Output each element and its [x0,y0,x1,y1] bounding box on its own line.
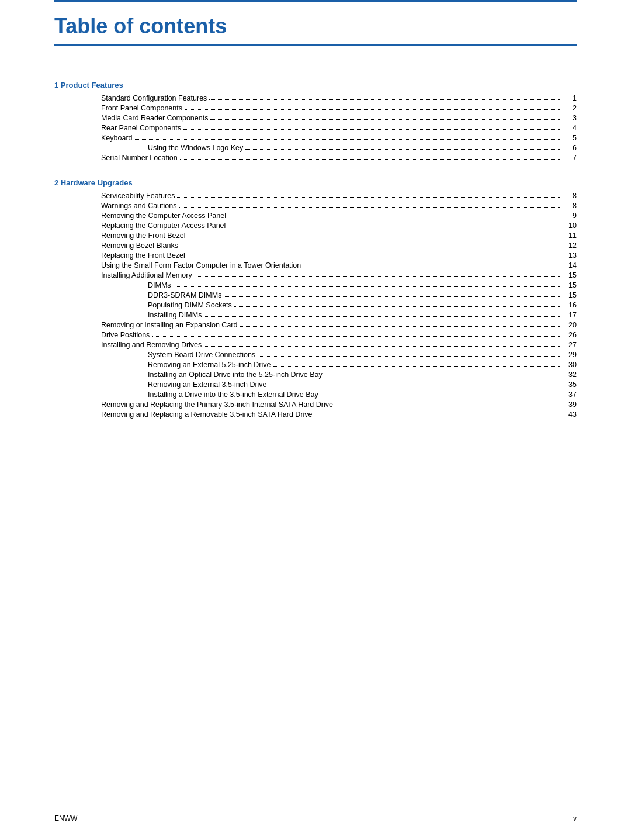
toc-entry-page: 29 [562,351,577,359]
toc-entry-label: Removing an External 5.25-inch Drive [54,361,271,369]
toc-entry-page: 35 [562,381,577,389]
toc-entry-label: Installing an Optical Drive into the 5.2… [54,371,323,379]
toc-entry-page: 26 [562,331,577,339]
toc-entry-page: 1 [562,94,577,102]
toc-entry-label: Warnings and Cautions [54,202,176,210]
toc-entry-label: Removing the Computer Access Panel [54,212,226,220]
toc-entry: Standard Configuration Features1 [54,94,577,102]
toc-entry-label: Using the Small Form Factor Computer in … [54,261,301,269]
toc-entry: Removing Bezel Blanks12 [54,241,577,250]
toc-entry-leader [258,356,560,357]
toc-entry-label: Removing or Installing an Expansion Card [54,321,237,329]
toc-entry: Using the Windows Logo Key6 [54,144,577,152]
toc-entry-label: Standard Configuration Features [54,94,207,102]
toc-entry: Removing the Front Bezel11 [54,231,577,240]
toc-entry-page: 43 [562,410,577,419]
toc-entry-leader [152,336,560,337]
toc-entry-page: 39 [562,400,577,409]
toc-entry: Installing and Removing Drives27 [54,341,577,349]
toc-entry: Replacing the Front Bezel13 [54,251,577,260]
toc-entry-label: Replacing the Front Bezel [54,251,185,260]
toc-entry-leader [269,386,560,386]
toc-entry-leader [188,237,560,237]
footer: ENWW v [54,814,577,822]
toc-entry-page: 15 [562,291,577,299]
toc-entry: DDR3-SDRAM DIMMs15 [54,291,577,299]
toc-entry-page: 32 [562,371,577,379]
toc-entry: Rear Panel Components4 [54,124,577,132]
toc-entry-label: Removing and Replacing the Primary 3.5-i… [54,400,333,409]
toc-entry-label: Rear Panel Components [54,124,181,132]
toc-entry: Installing an Optical Drive into the 5.2… [54,371,577,379]
toc-entry-page: 3 [562,114,577,122]
toc-entry-leader [209,99,560,100]
footer-left: ENWW [54,814,77,822]
toc-entry: Keyboard5 [54,134,577,142]
toc-entry: System Board Drive Connections29 [54,351,577,359]
section-heading-2: 2 Hardware Upgrades [54,178,577,187]
toc-entry-leader [210,119,560,120]
toc-entry: Front Panel Components2 [54,104,577,112]
toc-entry-leader [177,197,560,198]
toc-entry: Replacing the Computer Access Panel10 [54,222,577,230]
top-rule [54,0,577,2]
toc-entry-leader [179,207,560,208]
toc-entry-page: 7 [562,154,577,162]
toc-entry-leader [188,257,560,257]
toc-entry-label: Serviceability Features [54,192,175,200]
toc-entry-label: DIMMs [54,281,171,289]
toc-entry-label: Media Card Reader Components [54,114,208,122]
toc-entry-label: System Board Drive Connections [54,351,255,359]
toc-entry-label: Removing and Replacing a Removable 3.5-i… [54,410,313,419]
toc-entry-leader [185,109,560,110]
toc-entry: Drive Positions26 [54,331,577,339]
toc-entry-page: 30 [562,361,577,369]
toc-entry-leader [181,247,560,247]
toc-entry-leader [174,286,560,287]
toc-entry-label: Replacing the Computer Access Panel [54,222,226,230]
toc-entry-leader [180,159,560,160]
toc-entry-label: Removing the Front Bezel [54,231,186,240]
toc-entry-label: Removing Bezel Blanks [54,241,178,250]
toc-entry-page: 12 [562,241,577,250]
toc-entry-page: 8 [562,202,577,210]
toc-entry-label: Drive Positions [54,331,150,339]
toc-entry-label: DDR3-SDRAM DIMMs [54,291,221,299]
toc-entry-page: 16 [562,301,577,309]
toc-entry-leader [204,316,560,317]
page-title: Table of contents [54,14,577,46]
toc-entry: Serviceability Features8 [54,192,577,200]
toc-entry-page: 20 [562,321,577,329]
toc-entry-leader [335,406,560,406]
toc-entry-leader [321,396,560,396]
toc-entry: Installing Additional Memory15 [54,271,577,279]
toc-entry: Removing an External 3.5-inch Drive35 [54,381,577,389]
toc-entry-leader [204,346,560,347]
toc-entry-label: Serial Number Location [54,154,178,162]
toc-entry: Warnings and Cautions8 [54,202,577,210]
toc-entry-page: 2 [562,104,577,112]
toc-entry: Removing and Replacing a Removable 3.5-i… [54,410,577,419]
toc-entry-label: Front Panel Components [54,104,182,112]
section-heading-1: 1 Product Features [54,81,577,89]
page-container: Table of contents 1 Product FeaturesStan… [0,0,631,840]
toc-entry-page: 15 [562,281,577,289]
toc-entry-leader [325,376,560,376]
toc-entry-leader [315,416,560,416]
toc-entry-page: 13 [562,251,577,260]
toc-entry-leader [228,217,560,217]
toc-entry: Removing or Installing an Expansion Card… [54,321,577,329]
toc-entry-label: Removing an External 3.5-inch Drive [54,381,267,389]
toc-entry: Using the Small Form Factor Computer in … [54,261,577,269]
toc-entry: Removing the Computer Access Panel9 [54,212,577,220]
toc-entry-page: 11 [562,231,577,240]
toc-entry: Installing a Drive into the 3.5-inch Ext… [54,390,577,399]
toc-entry: Removing an External 5.25-inch Drive30 [54,361,577,369]
toc-entry-leader [273,366,560,367]
toc-entry: DIMMs15 [54,281,577,289]
toc-entry-page: 6 [562,144,577,152]
toc-entry-page: 9 [562,212,577,220]
toc-entry: Populating DIMM Sockets16 [54,301,577,309]
toc-entry: Serial Number Location7 [54,154,577,162]
toc-entry-page: 15 [562,271,577,279]
